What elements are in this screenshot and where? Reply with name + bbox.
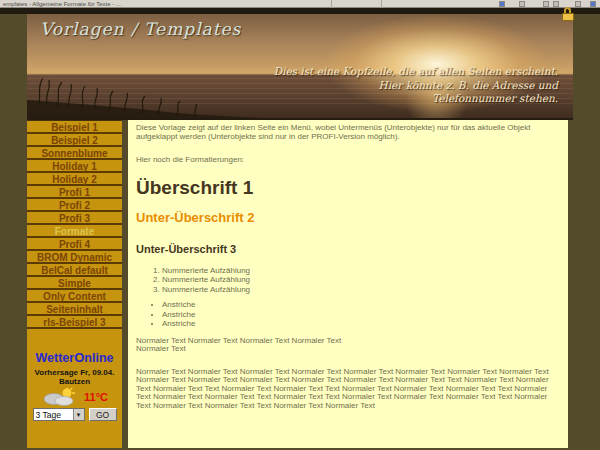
forecast-date-label: Vorhersage Fr, 09.04. [27, 368, 122, 377]
sidebar-item-formate[interactable]: Formate [27, 225, 122, 238]
normal-text-long: Normaler Text Normaler Text Normaler Tex… [136, 368, 560, 411]
weather-city-label: Bautzen [27, 377, 122, 386]
sidebar-item-simple[interactable]: Simple [27, 277, 122, 290]
numbered-list-item: Nummerierte Aufzählung [162, 266, 560, 276]
restore-icon[interactable] [553, 1, 559, 7]
tagline-line: Telefonnummer stehen. [274, 92, 558, 106]
intro-paragraph: Diese Vorlage zeigt auf der linken Seite… [136, 124, 560, 141]
bullet-list-item: Anstriche [162, 300, 560, 310]
logo-o-icon: O [74, 350, 84, 365]
temperature-value: 11°C [84, 391, 108, 403]
heading-3: Unter-Überschrift 3 [136, 243, 560, 255]
site-title: Vorlagen / Templates [40, 19, 241, 39]
bullet-list: Anstriche Anstriche Anstriche [136, 300, 560, 329]
sidebar-item-rls-beispiel-3[interactable]: rls-Beispiel 3 [27, 316, 122, 329]
sidebar-item-profi-3[interactable]: Profi 3 [27, 212, 122, 225]
site-header: Vorlagen / Templates Dies ist eine Kopfz… [27, 14, 573, 120]
sidebar-item-beispiel-2[interactable]: Beispiel 2 [27, 134, 122, 147]
heading-2: Unter-Überschrift 2 [136, 211, 560, 225]
formats-label: Hier noch die Formatierungen: [136, 156, 560, 165]
forecast-range-select[interactable]: 3 Tage ▼ [33, 408, 85, 421]
numbered-list-item: Nummerierte Aufzählung [162, 285, 560, 295]
wetteronline-logo[interactable]: WetterOnline [27, 350, 122, 365]
partly-cloudy-icon [41, 388, 77, 406]
sidebar-item-holiday-2[interactable]: Holiday 2 [27, 173, 122, 186]
numbered-list-item: Nummerierte Aufzählung [162, 275, 560, 285]
sidebar-item-profi-4[interactable]: Profi 4 [27, 238, 122, 251]
page-body: Beispiel 1 Beispiel 2 Sonnenblume Holida… [27, 120, 573, 448]
weather-controls: 3 Tage ▼ GO [27, 408, 122, 421]
tagline-line: Hier könnte z. B. die Adresse und [274, 79, 558, 93]
sidebar-item-sonnenblume[interactable]: Sonnenblume [27, 147, 122, 160]
select-value: 3 Tage [34, 410, 73, 420]
padlock-icon [561, 7, 574, 21]
padlock-body [562, 13, 574, 21]
logo-text-wetter: Wetter [36, 351, 75, 365]
sidebar-item-only-content[interactable]: Only Content [27, 290, 122, 303]
sidebar-item-profi-1[interactable]: Profi 1 [27, 186, 122, 199]
bullet-list-item: Anstriche [162, 319, 560, 329]
sidebar-item-brom-dynamic[interactable]: BROM Dynamic [27, 251, 122, 264]
site-container: Vorlagen / Templates Dies ist eine Kopfz… [27, 14, 573, 450]
sidebar-item-seiteninhalt[interactable]: Seiteninhalt [27, 303, 122, 316]
minimize-icon[interactable] [543, 1, 549, 7]
browser-tab-strip: emplates - Allgemeine Formate für Texte … [0, 0, 600, 8]
settings-icon[interactable] [575, 1, 581, 7]
normal-text-line: Normaler Text [136, 344, 186, 353]
sidebar-item-profi-2[interactable]: Profi 2 [27, 199, 122, 212]
weather-condition-row: 11°C [27, 388, 122, 406]
screen: emplates - Allgemeine Formate für Texte … [0, 0, 600, 450]
content-area: Diese Vorlage zeigt auf der linken Seite… [128, 120, 568, 448]
bullet-list-item: Anstriche [162, 310, 560, 320]
help-icon[interactable] [590, 1, 596, 7]
sidebar-menu: Beispiel 1 Beispiel 2 Sonnenblume Holida… [27, 120, 122, 448]
normal-text-short: Normaler Text Normaler Text Normaler Tex… [136, 337, 560, 354]
weather-widget: WetterOnline Vorhersage Fr, 09.04. Bautz… [27, 350, 122, 421]
tagline-line: Dies ist eine Kopfzeile, die auf allen S… [274, 65, 558, 79]
favicon-icon[interactable] [499, 1, 505, 7]
browser-tab-title[interactable]: emplates - Allgemeine Formate für Texte … [3, 1, 121, 7]
chevron-down-icon[interactable]: ▼ [73, 409, 84, 420]
logo-text-nline: nline [84, 351, 113, 365]
numbered-list: Nummerierte Aufzählung Nummerierte Aufzä… [136, 266, 560, 295]
window-icon[interactable] [519, 1, 525, 7]
header-tagline: Dies ist eine Kopfzeile, die auf allen S… [274, 65, 558, 106]
sidebar-item-holiday-1[interactable]: Holiday 1 [27, 160, 122, 173]
tab-divider [381, 0, 382, 8]
sidebar-item-beispiel-1[interactable]: Beispiel 1 [27, 121, 122, 134]
tab-divider [331, 0, 332, 8]
top-dark-band [0, 8, 600, 14]
heading-1: Überschrift 1 [136, 178, 560, 198]
sidebar-item-belcal-default[interactable]: BelCal default [27, 264, 122, 277]
weather-go-button[interactable]: GO [89, 408, 117, 421]
dune-grass-silhouette [27, 76, 262, 118]
